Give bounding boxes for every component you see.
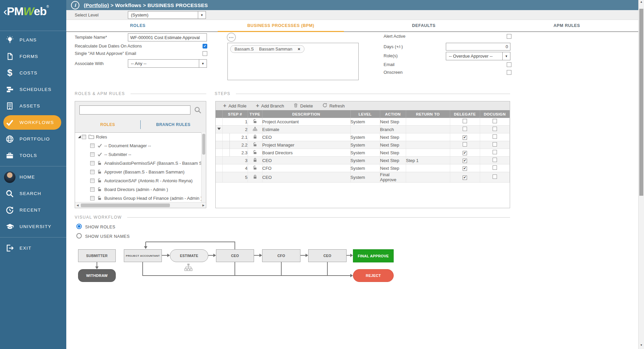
tab-roles-inner[interactable]: ROLES [75, 122, 140, 127]
sidebar-item-workflows[interactable]: WORKFLOWS [0, 114, 66, 131]
tab-business-processes[interactable]: BUSINESS PROCESSES (BPM) [209, 20, 352, 31]
tab-branch-rules[interactable]: BRANCH RULES [141, 122, 206, 127]
tab-apm-rules[interactable]: APM RULES [495, 20, 638, 31]
step-row-2.3[interactable]: 2.3Board DirectorsSystemNext Step [216, 149, 510, 157]
docusign-checkbox[interactable] [493, 150, 497, 154]
node-project-accountant[interactable]: PROJECT ACCOUNTANT [124, 249, 162, 262]
delegate-checkbox[interactable] [463, 135, 467, 140]
participants-menu-button[interactable]: ••• [227, 33, 236, 42]
tree-item[interactable]: Business Group Head of Finance (admin - … [75, 194, 202, 202]
docusign-checkbox[interactable] [493, 119, 497, 123]
node-submitter[interactable]: SUBMITTER [78, 249, 116, 262]
step-row-2.2[interactable]: 2.2Project ManagerSystemNext Step [216, 141, 510, 149]
chevron-down-icon[interactable]: ▼ [502, 52, 510, 60]
step-row-2[interactable]: 2EstimateBranch [216, 126, 510, 133]
pmweb-logo[interactable]: ‹PMWeb® [0, 0, 66, 31]
info-icon[interactable]: i [71, 1, 79, 9]
node-estimate[interactable]: ESTIMATE [170, 249, 208, 262]
scroll-left-icon[interactable]: ◀ [75, 204, 80, 207]
tree-item-checkbox[interactable] [90, 187, 95, 192]
tree-item[interactable]: Roles [75, 132, 202, 141]
participant-chip[interactable]: Bassam.S Bassam Samman × [230, 45, 305, 53]
chevron-down-icon[interactable]: ▼ [199, 60, 207, 67]
participants-box[interactable]: Bassam.S Bassam Samman × [227, 43, 359, 80]
remove-participant-icon[interactable]: × [298, 46, 300, 52]
chevron-down-icon[interactable]: ▼ [198, 11, 206, 19]
page-vertical-scrollbar[interactable]: ▲ ▼ [638, 0, 644, 349]
docusign-checkbox[interactable] [493, 142, 497, 147]
add-role-button[interactable]: +Add Role [223, 103, 246, 108]
recalculate-checkbox[interactable] [203, 44, 207, 49]
scroll-down-icon[interactable]: ▼ [639, 344, 644, 349]
step-row-2.1[interactable]: 2.1CEOSystemNext Step [216, 133, 510, 141]
tree-item[interactable]: AnalisisGastoPermisoSAF (Bassam.S - Bass… [75, 159, 202, 167]
tree-item-checkbox[interactable] [82, 135, 86, 139]
email-checkbox[interactable] [507, 62, 511, 67]
step-row-5[interactable]: 5CEOSystemFinal Approve [216, 172, 510, 183]
roles-search-input[interactable] [79, 105, 190, 115]
delegate-checkbox[interactable] [463, 166, 467, 171]
overdue-role-dropdown[interactable]: -- Overdue Approver -- ▼ [446, 52, 510, 60]
search-icon[interactable] [193, 106, 202, 116]
tree-item[interactable]: Board Directors (admin - Admin ) [75, 185, 202, 194]
row-expander-cell[interactable] [216, 126, 222, 133]
show-roles-radio[interactable] [76, 224, 82, 229]
sidebar-item-home[interactable]: HOME [0, 169, 66, 185]
node-ceo-2[interactable]: CEO [308, 249, 347, 262]
node-ceo-1[interactable]: CEO [216, 249, 254, 262]
delegate-checkbox[interactable] [463, 127, 467, 131]
delegate-checkbox[interactable] [463, 142, 467, 147]
tree-item-checkbox[interactable] [90, 179, 95, 183]
alert-active-checkbox[interactable] [507, 34, 511, 39]
sidebar-item-search[interactable]: SEARCH [0, 185, 66, 202]
sidebar-item-schedules[interactable]: SCHEDULES [0, 81, 66, 98]
node-withdraw[interactable]: WITHDRAW [78, 269, 116, 282]
delegate-checkbox[interactable] [463, 119, 467, 123]
sidebar-item-costs[interactable]: $COSTS [0, 65, 66, 81]
docusign-checkbox[interactable] [493, 127, 497, 131]
delegate-checkbox[interactable] [463, 159, 467, 163]
step-row-4[interactable]: 4CFOSystemNext Step [216, 164, 510, 172]
tree-expander-icon[interactable] [77, 135, 82, 138]
tree-item[interactable]: AutorizacionSAF (Antonio.R - Antonio Rey… [75, 176, 202, 185]
add-branch-button[interactable]: +Add Branch [256, 103, 284, 108]
tab-roles[interactable]: ROLES [66, 20, 209, 31]
scroll-right-icon[interactable]: ▶ [201, 204, 206, 207]
tree-item[interactable]: -- Submitter -- [75, 150, 202, 159]
scrollbar-thumb[interactable] [81, 203, 170, 207]
step-row-1[interactable]: 1Project AccountantSystemNext Step [216, 118, 510, 126]
docusign-checkbox[interactable] [493, 158, 497, 162]
tree-horizontal-scrollbar[interactable]: ◀ ▶ [75, 202, 206, 208]
days-input[interactable] [446, 43, 510, 51]
node-cfo[interactable]: CFO [262, 249, 300, 262]
associate-with-dropdown[interactable]: -- Any -- ▼ [128, 59, 207, 68]
sidebar-item-portfolio[interactable]: PORTFOLIO [0, 131, 66, 147]
delegate-checkbox[interactable] [463, 151, 467, 155]
sidebar-item-assets[interactable]: ASSETS [0, 98, 66, 114]
template-name-input[interactable] [128, 33, 207, 41]
delete-button[interactable]: Delete [293, 103, 313, 109]
scrollbar-thumb[interactable] [639, 9, 643, 196]
tree-item-checkbox[interactable] [90, 161, 95, 165]
breadcrumb-portfolio-link[interactable]: (Portfolio) [84, 2, 109, 8]
sidebar-item-exit[interactable]: EXIT [0, 240, 66, 256]
scroll-up-icon[interactable]: ▲ [639, 0, 644, 5]
sidebar-item-recent[interactable]: RECENT [0, 202, 66, 218]
tree-item-checkbox[interactable] [90, 144, 95, 148]
collapse-arrow-icon[interactable] [217, 128, 221, 132]
docusign-checkbox[interactable] [493, 165, 497, 170]
onscreen-checkbox[interactable] [507, 70, 511, 75]
show-user-names-radio[interactable] [76, 233, 82, 239]
tab-defaults[interactable]: DEFAULTS [352, 20, 495, 31]
tree-item-checkbox[interactable] [90, 196, 95, 200]
sidebar-item-tools[interactable]: TOOLS [0, 147, 66, 164]
single-email-checkbox[interactable] [203, 51, 207, 56]
node-reject[interactable]: REJECT [353, 269, 394, 282]
tree-item[interactable]: -- Document Manager -- [75, 141, 202, 150]
step-row-3[interactable]: 3CEOSystemNext StepStep 1 [216, 157, 510, 164]
select-level-dropdown[interactable]: (System) ▼ [128, 11, 206, 19]
tree-item-checkbox[interactable] [90, 152, 95, 157]
delegate-checkbox[interactable] [463, 176, 467, 180]
scrollbar-thumb[interactable] [202, 134, 205, 155]
docusign-checkbox[interactable] [493, 134, 497, 139]
